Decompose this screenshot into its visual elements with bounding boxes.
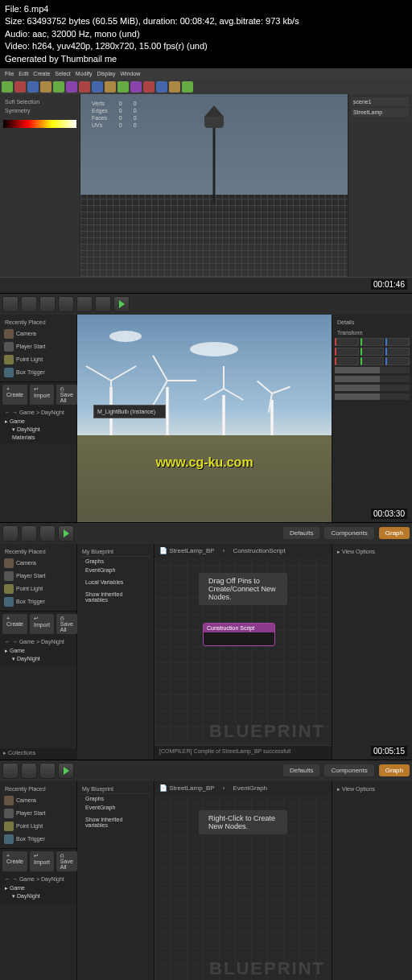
maya-shelf[interactable] xyxy=(0,80,412,94)
ue-level-viewport[interactable]: M_LightBulb (Instance) www.cg-ku.com xyxy=(77,315,332,522)
blueprint-graph-area[interactable]: 📄 StreetLamp_BP › ConstructionScript Dra… xyxy=(154,544,332,760)
menu-edit[interactable]: Edit xyxy=(19,71,28,76)
maya-timeline[interactable] xyxy=(0,277,412,293)
shelf-icon[interactable] xyxy=(92,81,103,93)
placed-playerstart[interactable]: Player Start xyxy=(2,340,74,353)
tree-item-daynight[interactable]: ▾ DayNight xyxy=(2,426,74,434)
find-icon[interactable] xyxy=(39,525,56,541)
outliner-item[interactable]: scene1 xyxy=(352,97,409,106)
play-button[interactable] xyxy=(58,525,74,541)
view-options[interactable]: ▸ View Options xyxy=(335,546,410,558)
place-actors-panel[interactable]: Recently Placed Camera Player Start Poin… xyxy=(0,544,76,611)
save-all-button[interactable]: ⎙ Save All xyxy=(56,385,77,405)
location-x[interactable] xyxy=(335,338,359,346)
bp-breadcrumb-asset[interactable]: 📄 StreetLamp_BP xyxy=(159,547,215,554)
tree-item-materials[interactable]: Materials xyxy=(2,434,74,441)
show-inherited-checkbox[interactable]: Show inherited variables xyxy=(80,590,150,604)
rotation-x[interactable] xyxy=(335,348,359,356)
menu-modify[interactable]: Modify xyxy=(76,71,93,76)
placed-boxtrigger[interactable]: Box Trigger xyxy=(2,366,74,379)
shelf-icon[interactable] xyxy=(143,81,154,93)
menu-display[interactable]: Display xyxy=(97,71,115,76)
content-browser[interactable]: + Create ↵ Import ⎙ Save All ← → Game > … xyxy=(0,848,76,903)
collections-bar[interactable]: ▸ Collections xyxy=(0,748,77,760)
content-browser[interactable]: + Create ↵ Import ⎙ Save All ← → Game > … xyxy=(0,381,76,443)
place-actors-panel[interactable]: Recently Placed Camera Player Start Poin… xyxy=(0,781,76,848)
placed-playerstart[interactable]: Player Start xyxy=(2,807,74,820)
shelf-icon[interactable] xyxy=(130,81,142,93)
ue-toolbar[interactable] xyxy=(0,294,412,315)
shelf-icon[interactable] xyxy=(182,81,193,93)
save-all-button[interactable]: ⎙ Save All xyxy=(56,614,77,634)
shelf-icon[interactable] xyxy=(79,81,90,93)
shelf-icon[interactable] xyxy=(40,81,52,93)
view-options[interactable]: ▸ View Options xyxy=(335,784,410,795)
graph-button[interactable]: Graph xyxy=(379,764,410,776)
rotation-y[interactable] xyxy=(360,348,385,356)
tree-item-game[interactable]: ▸ Game xyxy=(2,647,74,655)
tree-item-daynight[interactable]: ▾ DayNight xyxy=(2,892,74,900)
shelf-icon[interactable] xyxy=(169,81,180,93)
rotation-z[interactable] xyxy=(385,348,410,356)
save-icon[interactable] xyxy=(21,525,37,541)
placed-camera[interactable]: Camera xyxy=(2,794,74,807)
placed-camera[interactable]: Camera xyxy=(2,327,74,340)
import-button[interactable]: ↵ Import xyxy=(30,385,54,405)
create-button[interactable]: + Create xyxy=(2,851,27,871)
details-panel[interactable]: Details Transform xyxy=(332,315,412,522)
scale-z[interactable] xyxy=(385,357,410,365)
tree-item-game[interactable]: ▸ Game xyxy=(2,884,74,892)
create-button[interactable]: + Create xyxy=(2,385,27,405)
content-icon[interactable] xyxy=(21,296,37,312)
tree-item-daynight[interactable]: ▾ DayNight xyxy=(2,655,74,663)
import-button[interactable]: ↵ Import xyxy=(30,614,54,634)
details-panel[interactable]: ▸ View Options xyxy=(332,781,412,980)
breadcrumb[interactable]: ← → Game > DayNight xyxy=(2,874,74,884)
eventgraph-item[interactable]: EventGraph xyxy=(80,566,150,574)
maya-viewport[interactable]: Verts00 Edges00 Faces00 UVs00 xyxy=(80,94,348,277)
property-slider[interactable] xyxy=(335,385,410,391)
property-slider[interactable] xyxy=(335,376,410,382)
breadcrumb[interactable]: ← → Game > DayNight xyxy=(2,636,74,647)
eventgraph-item[interactable]: EventGraph xyxy=(80,803,150,812)
create-button[interactable]: + Create xyxy=(2,614,27,634)
shelf-icon[interactable] xyxy=(156,81,167,93)
compile-icon[interactable] xyxy=(2,763,19,779)
shelf-icon[interactable] xyxy=(14,81,26,93)
menu-select[interactable]: Select xyxy=(55,71,70,76)
placed-pointlight[interactable]: Point Light xyxy=(2,583,74,595)
property-slider[interactable] xyxy=(335,393,410,400)
placed-camera[interactable]: Camera xyxy=(2,557,74,570)
placed-boxtrigger[interactable]: Box Trigger xyxy=(2,833,74,846)
defaults-button[interactable]: Defaults xyxy=(283,764,319,776)
save-icon[interactable] xyxy=(21,763,37,779)
content-browser[interactable]: + Create ↵ Import ⎙ Save All ← → Game > … xyxy=(0,611,76,665)
outliner-item[interactable]: StreetLamp xyxy=(352,108,409,117)
maya-menubar[interactable]: File Edit Create Select Modify Display W… xyxy=(0,68,412,80)
save-all-button[interactable]: ⎙ Save All xyxy=(56,851,77,871)
menu-window[interactable]: Window xyxy=(120,71,140,76)
graphs-category[interactable]: Graphs xyxy=(80,794,150,803)
bp-breadcrumb-graph[interactable]: EventGraph xyxy=(233,784,267,792)
blueprints-icon[interactable] xyxy=(76,296,93,312)
maya-outliner[interactable]: scene1 StreetLamp xyxy=(348,94,412,277)
location-y[interactable] xyxy=(360,338,385,346)
build-icon[interactable] xyxy=(95,296,111,312)
breadcrumb[interactable]: ← → Game > DayNight xyxy=(2,407,74,418)
marketplace-icon[interactable] xyxy=(39,296,56,312)
street-lamp-head[interactable] xyxy=(204,105,224,128)
place-actors-panel[interactable]: Recently Placed Camera Player Start Poin… xyxy=(0,315,76,381)
play-button[interactable] xyxy=(58,763,74,779)
scale-x[interactable] xyxy=(335,357,359,365)
settings-icon[interactable] xyxy=(58,296,74,312)
my-blueprint-panel[interactable]: My Blueprint Graphs EventGraph Local Var… xyxy=(77,544,154,760)
shelf-icon[interactable] xyxy=(2,81,13,93)
menu-file[interactable]: File xyxy=(5,71,14,76)
blueprint-canvas[interactable]: Right-Click to Create New Nodes. BLUEPRI… xyxy=(154,796,332,980)
shelf-icon[interactable] xyxy=(53,81,64,93)
shelf-icon[interactable] xyxy=(117,81,129,93)
play-button[interactable] xyxy=(113,296,130,312)
shelf-icon[interactable] xyxy=(105,81,116,93)
placed-pointlight[interactable]: Point Light xyxy=(2,820,74,833)
blueprint-canvas[interactable]: Drag Off Pins to Create/Connect New Node… xyxy=(154,558,332,760)
